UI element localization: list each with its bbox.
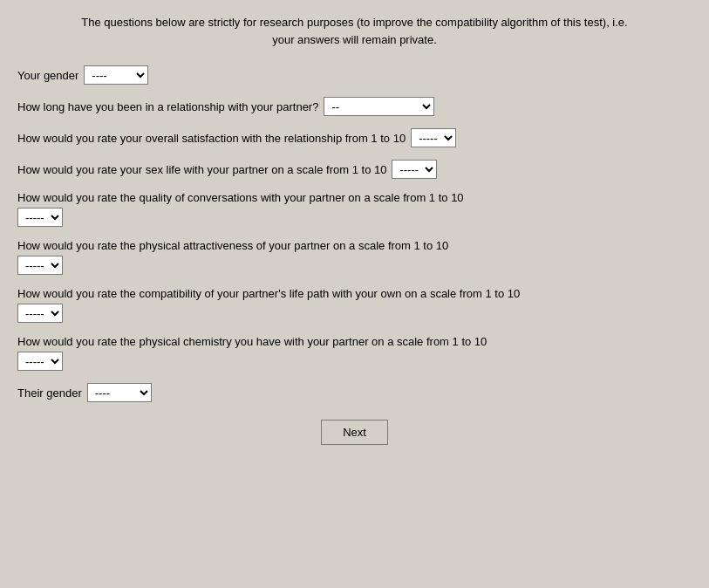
sex-life-label: How would you rate your sex life with yo… [17, 163, 386, 176]
question-life-path-compatibility: How would you rate the compatibility of … [17, 287, 692, 323]
life-path-compatibility-label: How would you rate the compatibility of … [17, 287, 692, 300]
overall-satisfaction-label: How would you rate your overall satisfac… [17, 132, 406, 145]
question-conversation-quality: How would you rate the quality of conver… [17, 191, 692, 227]
physical-attractiveness-select[interactable]: ----- 12345 678910 [17, 256, 63, 275]
relationship-length-label: How long have you been in a relationship… [17, 100, 318, 113]
life-path-compatibility-select[interactable]: ----- 12345 678910 [17, 304, 63, 323]
conversation-quality-select[interactable]: ----- 12345 678910 [17, 208, 63, 227]
question-gender: Your gender ---- Male Female Other [17, 65, 692, 85]
their-gender-select[interactable]: ---- Male Female Other [87, 383, 152, 402]
question-overall-satisfaction: How would you rate your overall satisfac… [17, 128, 692, 147]
physical-attractiveness-label: How would you rate the physical attracti… [17, 239, 692, 252]
conversation-quality-label: How would you rate the quality of conver… [17, 191, 692, 204]
intro-line2: your answers will remain private. [272, 33, 437, 46]
next-button-container: Next [17, 420, 692, 445]
question-physical-chemistry: How would you rate the physical chemistr… [17, 335, 692, 371]
question-relationship-length: How long have you been in a relationship… [17, 97, 692, 116]
gender-label: Your gender [17, 69, 78, 82]
physical-chemistry-label: How would you rate the physical chemistr… [17, 335, 692, 348]
question-their-gender: Their gender ---- Male Female Other [17, 383, 692, 402]
relationship-length-select[interactable]: -- Less than 1 year 1-2 years 3-5 years … [324, 97, 434, 116]
next-button[interactable]: Next [321, 420, 388, 445]
question-sex-life: How would you rate your sex life with yo… [17, 160, 692, 179]
intro-line1: The questions below are strictly for res… [81, 16, 627, 29]
gender-select[interactable]: ---- Male Female Other [84, 65, 148, 85]
question-physical-attractiveness: How would you rate the physical attracti… [17, 239, 692, 275]
overall-satisfaction-select[interactable]: ----- 12345 678910 [411, 128, 456, 147]
page-container: The questions below are strictly for res… [0, 0, 709, 459]
physical-chemistry-select[interactable]: ----- 12345 678910 [17, 352, 63, 371]
sex-life-select[interactable]: ----- 12345 678910 [392, 160, 437, 179]
form-section: Your gender ---- Male Female Other How l… [17, 65, 692, 402]
intro-text: The questions below are strictly for res… [17, 14, 692, 48]
their-gender-label: Their gender [17, 386, 82, 400]
